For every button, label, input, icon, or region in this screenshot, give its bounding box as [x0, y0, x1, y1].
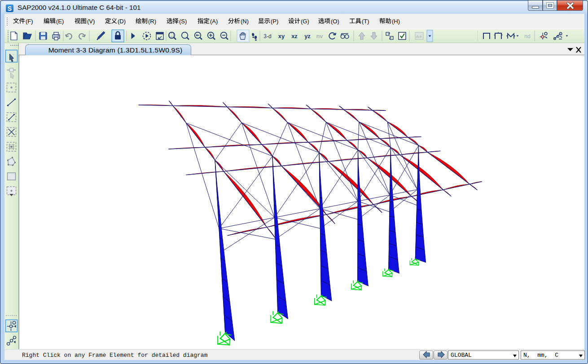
svg-text:xz: xz — [291, 33, 298, 39]
svg-text:(H): (H) — [392, 18, 400, 25]
svg-text:(D): (D) — [118, 18, 126, 25]
svg-text:(F): (F) — [26, 18, 33, 25]
svg-text:(S): (S) — [179, 18, 187, 25]
svg-text:(N): (N) — [241, 18, 249, 25]
svg-text:nv: nv — [316, 33, 323, 39]
svg-text:(G): (G) — [301, 18, 309, 25]
svg-text:3-d: 3-d — [263, 33, 271, 39]
svg-text:xy: xy — [278, 33, 285, 39]
svg-text:nd: nd — [524, 33, 530, 39]
svg-text:(O): (O) — [331, 18, 339, 25]
svg-text:(V): (V) — [87, 18, 95, 25]
svg-text:(P): (P) — [271, 18, 278, 25]
svg-text:yz: yz — [304, 33, 311, 39]
svg-text:(T): (T) — [362, 18, 369, 25]
svg-text:(R): (R) — [148, 18, 156, 25]
svg-text:(E): (E) — [56, 18, 64, 25]
svg-text:(A): (A) — [210, 18, 218, 25]
